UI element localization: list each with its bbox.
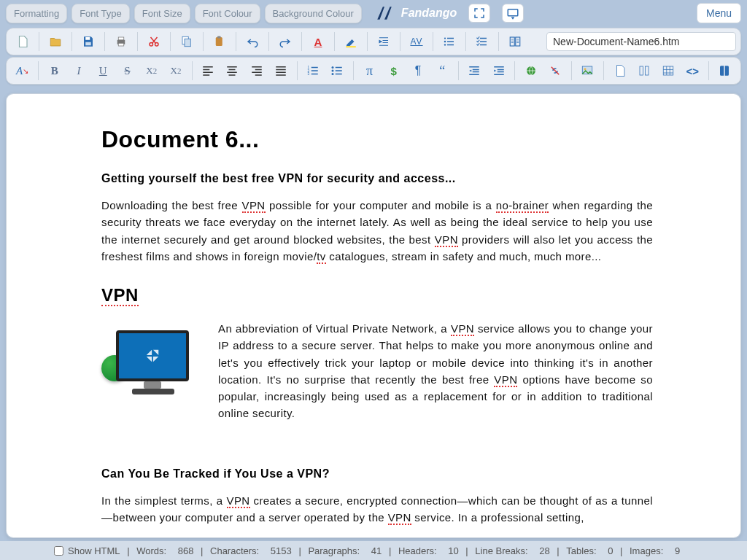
lb-value: 28 xyxy=(539,545,549,556)
svg-rect-26 xyxy=(640,66,643,75)
svg-point-25 xyxy=(584,68,587,70)
dictionary-button[interactable] xyxy=(713,61,736,81)
toolbar-row-2: A↘ B I U S X2 X2 123 π $ ¶ “ <> xyxy=(6,57,741,85)
show-html-label: Show HTML xyxy=(68,545,120,556)
insert-image-button[interactable] xyxy=(576,61,599,81)
highlight-button[interactable] xyxy=(339,31,363,52)
menu-button[interactable]: Menu xyxy=(697,3,741,23)
svg-rect-15 xyxy=(510,37,514,46)
list-style-button[interactable] xyxy=(438,31,461,52)
unordered-list-button[interactable] xyxy=(326,61,349,81)
cut-button[interactable] xyxy=(142,31,166,52)
images-value: 9 xyxy=(675,545,680,556)
top-menu-bar: Formatting Font Type Font Size Font Colo… xyxy=(0,0,747,26)
superscript-button[interactable]: X2 xyxy=(140,61,163,81)
insert-pi-button[interactable]: π xyxy=(358,61,381,81)
toolbar-row-1: A AV xyxy=(6,28,741,55)
heading-track: Can You Be Tracked if You Use a VPN? xyxy=(101,467,653,481)
outdent-button[interactable] xyxy=(463,61,486,81)
tables-label: Tables: xyxy=(566,545,596,556)
fullscreen-button[interactable] xyxy=(468,4,490,23)
svg-rect-11 xyxy=(217,36,221,39)
presentation-button[interactable] xyxy=(502,4,524,23)
images-label: Images: xyxy=(630,545,663,556)
status-bar: Show HTML | Words: 868 | Characters: 515… xyxy=(0,541,747,560)
insert-dollar-button[interactable]: $ xyxy=(382,61,405,81)
italic-button[interactable]: I xyxy=(67,61,90,81)
svg-rect-10 xyxy=(216,37,222,46)
svg-rect-28 xyxy=(663,66,673,75)
app-logo-icon xyxy=(375,4,394,23)
headers-label: Headers: xyxy=(398,545,437,556)
show-html-checkbox[interactable] xyxy=(54,546,63,556)
insert-page-button[interactable] xyxy=(608,61,631,81)
copy-button[interactable] xyxy=(175,31,198,52)
tables-value: 0 xyxy=(608,545,613,556)
subscript-button[interactable]: X2 xyxy=(164,61,187,81)
bold-button[interactable]: B xyxy=(43,61,66,81)
align-right-button[interactable] xyxy=(245,61,268,81)
doc-para-3: In the simplest terms, a VPN creates a s… xyxy=(101,492,653,526)
svg-rect-5 xyxy=(118,43,124,46)
headers-value: 10 xyxy=(448,545,458,556)
font-colour-dropdown[interactable]: Font Colour xyxy=(195,4,260,23)
font-color-button[interactable]: A xyxy=(306,31,330,52)
unlink-button[interactable] xyxy=(544,61,567,81)
redo-button[interactable] xyxy=(274,31,297,52)
doc-para-2: An abbreviation of Virtual Private Netwo… xyxy=(218,320,653,422)
doc-para-1: Downloading the best free VPN possible f… xyxy=(101,197,653,265)
vpn-illustration xyxy=(101,330,196,403)
align-left-button[interactable] xyxy=(197,61,220,81)
background-colour-dropdown[interactable]: Background Colour xyxy=(265,4,362,23)
show-pilcrow-button[interactable]: ¶ xyxy=(406,61,429,81)
svg-rect-16 xyxy=(516,37,520,46)
strike-button[interactable]: S xyxy=(116,61,139,81)
heading-vpn: VPN xyxy=(101,285,653,306)
align-justify-button[interactable] xyxy=(269,61,292,81)
insert-columns-button[interactable] xyxy=(632,61,655,81)
columns-button[interactable] xyxy=(503,31,527,52)
svg-rect-2 xyxy=(85,42,91,46)
underline-button[interactable]: U xyxy=(92,61,115,81)
svg-rect-1 xyxy=(85,37,90,40)
monitor-icon xyxy=(116,330,189,381)
doc-title: Document 6... xyxy=(101,126,653,153)
save-button[interactable] xyxy=(77,31,100,52)
svg-rect-14 xyxy=(444,41,446,42)
print-button[interactable] xyxy=(109,31,133,52)
svg-rect-9 xyxy=(185,39,190,47)
svg-point-20 xyxy=(332,66,334,69)
undo-button[interactable] xyxy=(241,31,264,52)
paste-button[interactable] xyxy=(208,31,231,52)
app-name: Fandango xyxy=(401,7,457,20)
font-type-dropdown[interactable]: Font Type xyxy=(71,4,130,23)
ordered-list-button[interactable]: 123 xyxy=(301,61,324,81)
svg-text:3: 3 xyxy=(308,72,310,76)
checklist-button[interactable] xyxy=(471,31,494,52)
chars-value: 5153 xyxy=(271,545,292,556)
clear-format-button[interactable]: A↘ xyxy=(11,61,34,81)
align-center-button[interactable] xyxy=(221,61,244,81)
insert-table-button[interactable] xyxy=(657,61,679,81)
indent2-button[interactable] xyxy=(487,61,510,81)
link-button[interactable] xyxy=(519,61,542,81)
formatting-dropdown[interactable]: Formatting xyxy=(6,4,67,23)
document-canvas[interactable]: Document 6... Getting yourself the best … xyxy=(6,93,741,538)
svg-point-21 xyxy=(332,70,334,72)
font-size-dropdown[interactable]: Font Size xyxy=(134,4,190,23)
svg-rect-0 xyxy=(508,9,519,16)
indent-button[interactable] xyxy=(372,31,395,52)
words-value: 868 xyxy=(178,545,194,556)
svg-rect-4 xyxy=(118,37,124,40)
svg-rect-27 xyxy=(645,66,649,75)
open-button[interactable] xyxy=(44,31,67,52)
insert-quote-button[interactable]: “ xyxy=(431,61,454,81)
code-button[interactable]: <> xyxy=(681,61,704,81)
char-spacing-button[interactable]: AV xyxy=(405,31,428,52)
lb-label: Line Breaks: xyxy=(475,545,527,556)
paras-label: Paragraphs: xyxy=(308,545,360,556)
new-doc-button[interactable] xyxy=(11,31,34,52)
svg-rect-12 xyxy=(346,46,356,47)
filename-input[interactable] xyxy=(546,32,736,51)
chars-label: Characters: xyxy=(210,545,259,556)
